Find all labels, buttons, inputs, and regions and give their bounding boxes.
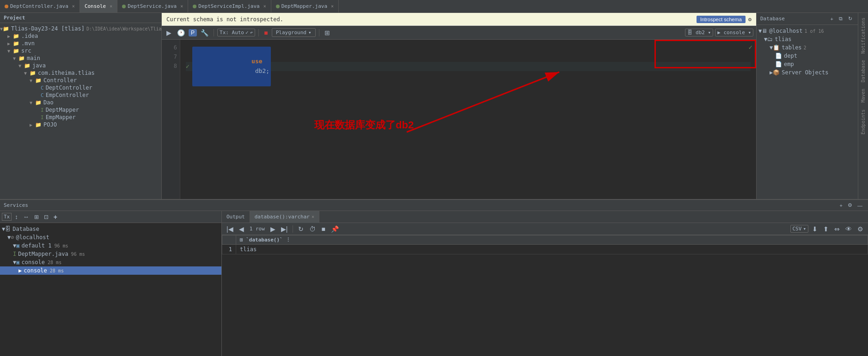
side-tab-notifications[interactable]: Notifications xyxy=(859,15,867,56)
result-tab-data[interactable]: database():varchar × xyxy=(250,211,319,223)
tree-item-main[interactable]: ▼ 📁 main xyxy=(0,54,161,62)
db-item-server-objects[interactable]: ▶ 📦 Server Objects xyxy=(757,68,858,77)
tree-item-src[interactable]: ▼ 📁 src xyxy=(0,47,161,54)
expand-icon: ▼ xyxy=(30,78,35,83)
interface-icon: I xyxy=(41,107,44,113)
plus-button[interactable]: P xyxy=(189,29,197,36)
tree-item-empmapper[interactable]: I EmpMapper xyxy=(0,114,161,121)
close-icon[interactable]: × xyxy=(331,4,334,9)
upload-button[interactable]: ⬆ xyxy=(821,224,831,234)
tree-item-java[interactable]: ▼ 📁 java xyxy=(0,62,161,69)
editor-line-8[interactable]: ✓ use db2; xyxy=(186,62,751,71)
side-tab-endpoints[interactable]: Endpoints xyxy=(859,107,867,137)
svc-item-console-group[interactable]: ▼ ▣ console 28 ms xyxy=(0,258,221,266)
folder-icon: 📁 xyxy=(13,33,19,39)
db-item-emp[interactable]: 📄 emp xyxy=(757,60,858,68)
copy-db-button[interactable]: ⧉ xyxy=(837,15,844,23)
tree-item-project-root[interactable]: ▼ 📁 Tlias-Day23-24 [tlias] D:\IDEA\idea\… xyxy=(0,25,161,32)
line-numbers: 6 7 8 xyxy=(162,40,180,199)
expand-icon: ▼ xyxy=(7,48,13,54)
group-button[interactable]: ⊞ xyxy=(32,213,41,221)
next-row-button[interactable]: ▶ xyxy=(269,224,277,234)
prev-row-button[interactable]: ◀ xyxy=(237,224,246,234)
expand-icon: ▼ xyxy=(18,63,24,68)
introspect-button[interactable]: Introspect schema xyxy=(697,16,746,23)
compare-button[interactable]: ⇔ xyxy=(832,224,842,234)
editor-toolbar: ▶ 🕐 P 🔧 Tx: Auto ✓ ↶ ■ Playground ▾ xyxy=(162,26,756,40)
project-tree: ▼ 📁 Tlias-Day23-24 [tlias] D:\IDEA\idea\… xyxy=(0,23,161,199)
tab-console[interactable]: Console × xyxy=(80,0,117,13)
close-tab-icon[interactable]: × xyxy=(312,214,314,219)
side-tab-database[interactable]: Database xyxy=(859,57,867,85)
tree-item-deptcontroller[interactable]: C DeptController xyxy=(0,84,161,91)
csv-dropdown[interactable]: CSV ▾ xyxy=(790,225,809,233)
console-selector[interactable]: ▶ console ▾ xyxy=(715,29,753,36)
services-title: Services xyxy=(4,202,28,208)
expand-icon: ▼ xyxy=(758,28,762,34)
refresh-db-button[interactable]: ↻ xyxy=(846,15,854,23)
add-service-button[interactable]: + xyxy=(52,212,59,222)
settings-result-button[interactable]: ⚙ xyxy=(856,224,865,234)
row-number: 1 xyxy=(222,245,236,254)
svc-item-database[interactable]: ▼ 🗄 Database xyxy=(0,225,221,233)
sort-button[interactable]: ↕ xyxy=(13,212,20,221)
services-add-button[interactable]: + xyxy=(838,201,844,209)
pin-button[interactable]: 📌 xyxy=(329,224,341,234)
tree-item-empcontroller[interactable]: C EmpController xyxy=(0,91,161,99)
tab-deptmapper[interactable]: DeptMapper.java × xyxy=(271,0,339,13)
tree-item-deptmapper[interactable]: I DeptMapper xyxy=(0,106,161,114)
first-row-button[interactable]: |◀ xyxy=(225,224,235,234)
interface-icon: I xyxy=(41,115,44,121)
db-item-tlias[interactable]: ▼ 🗂 tlias xyxy=(757,35,858,43)
svc-item-default1[interactable]: ▼ ▣ default 1 96 ms xyxy=(0,241,221,250)
editor-content-area[interactable]: 6 7 8 -- 使用数据库 ✓ use db2 xyxy=(162,40,756,199)
close-icon[interactable]: × xyxy=(263,4,266,9)
folder-icon: 📁 xyxy=(35,100,42,106)
settings-icon[interactable]: ⚙ xyxy=(748,16,752,23)
tab-deptservice[interactable]: DeptService.java × xyxy=(117,0,188,13)
separator xyxy=(293,225,293,233)
stop-result-button[interactable]: ■ xyxy=(319,224,327,234)
db-item-localhost[interactable]: ▼ 🖥 @localhost 1 of 16 xyxy=(757,27,858,35)
svc-item-localhost[interactable]: ▼ ⊘ @localhost xyxy=(0,233,221,241)
view-button[interactable]: 👁 xyxy=(844,224,854,234)
refresh-button[interactable]: ↻ xyxy=(296,224,306,234)
tree-item-idea[interactable]: ▶ 📁 .idea xyxy=(0,32,161,40)
history-button[interactable]: 🕐 xyxy=(175,28,187,37)
result-tab-output[interactable]: Output xyxy=(222,211,250,223)
close-icon[interactable]: × xyxy=(72,4,75,9)
col-sort-icon[interactable]: ⋮ xyxy=(286,237,291,243)
tree-item-controller-folder[interactable]: ▼ 📁 Controller xyxy=(0,77,161,84)
services-settings-button[interactable]: ⚙ xyxy=(846,201,854,209)
db-selector[interactable]: 🗄 db2 ▾ xyxy=(685,29,713,36)
tx-dropdown[interactable]: Tx: Auto ✓ ↶ xyxy=(217,29,255,36)
config-button[interactable]: 🔧 xyxy=(199,28,210,37)
expand-button[interactable]: ⊡ xyxy=(42,213,50,221)
close-icon[interactable]: × xyxy=(110,4,112,9)
sort2-button[interactable]: ↔ xyxy=(21,212,31,221)
tree-item-pojo-folder[interactable]: ▶ 📁 POJO xyxy=(0,121,161,128)
tab-deptserviceimpl[interactable]: DeptServiceImpl.java × xyxy=(188,0,271,13)
stop-button[interactable]: ■ xyxy=(262,28,269,37)
tree-item-mvn[interactable]: ▶ 📁 .mvn xyxy=(0,40,161,47)
code-editor[interactable]: -- 使用数据库 ✓ use db2; xyxy=(180,40,756,199)
last-row-button[interactable]: ▶| xyxy=(279,224,290,234)
host-icon: 🖥 xyxy=(762,28,767,34)
download-button[interactable]: ⬇ xyxy=(810,224,819,234)
db-item-tables[interactable]: ▼ 📋 tables 2 xyxy=(757,43,858,52)
tree-item-package[interactable]: ▼ 📁 com.itheima.tlias xyxy=(0,69,161,77)
run-button[interactable]: ▶ xyxy=(165,28,173,37)
tree-item-dao-folder[interactable]: ▼ 📁 Dao xyxy=(0,99,161,106)
svc-item-console-selected[interactable]: ▶ console 28 ms xyxy=(0,266,221,275)
tab-deptcontroller[interactable]: DeptController.java × xyxy=(0,0,80,13)
close-icon[interactable]: × xyxy=(180,4,183,9)
add-db-button[interactable]: + xyxy=(829,15,835,23)
db-item-dept[interactable]: 📄 dept xyxy=(757,52,858,60)
services-minimize-button[interactable]: — xyxy=(856,201,864,209)
timer-button[interactable]: ⏱ xyxy=(307,224,318,234)
grid-button[interactable]: ⊞ xyxy=(323,28,332,37)
side-tab-maven[interactable]: Maven xyxy=(859,86,867,105)
playground-button[interactable]: Playground ▾ xyxy=(272,28,316,37)
db-tree: ▼ 🖥 @localhost 1 of 16 ▼ 🗂 tlias ▼ 📋 tab… xyxy=(757,25,858,199)
svc-item-deptmapper[interactable]: I DeptMapper.java 96 ms xyxy=(0,250,221,258)
